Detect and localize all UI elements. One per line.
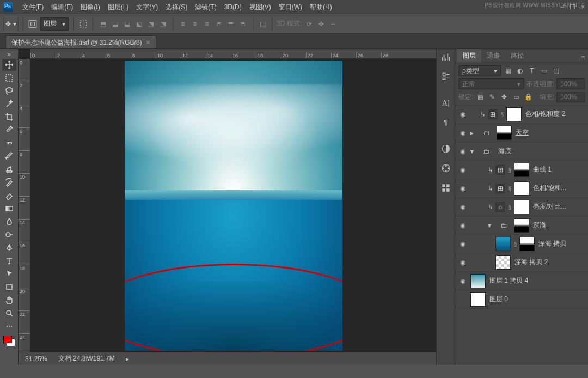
menu-view[interactable]: 视图(V) — [246, 0, 275, 14]
text-filter-icon[interactable]: T — [527, 66, 537, 76]
zoom-tool-icon[interactable] — [2, 307, 16, 319]
canvas-stage[interactable] — [30, 59, 436, 352]
visibility-toggle-icon[interactable]: ◉ — [457, 185, 468, 192]
tab-paths[interactable]: 路径 — [505, 49, 529, 63]
layer-name[interactable]: 曲线 1 — [531, 165, 586, 174]
lock-transparency-icon[interactable]: ▦ — [475, 92, 485, 102]
link-mask-icon[interactable]: § — [513, 241, 517, 247]
align-right-icon[interactable]: ⬔ — [157, 19, 168, 29]
eraser-tool-icon[interactable] — [2, 190, 16, 202]
visibility-toggle-icon[interactable]: ◉ — [457, 203, 468, 211]
dist-hcenter-icon[interactable]: ≣ — [225, 19, 236, 29]
filter-kind-dropdown[interactable]: ρ 类型 ▾ — [458, 65, 501, 76]
eyedropper-tool-icon[interactable] — [2, 124, 16, 136]
path-selection-tool-icon[interactable] — [2, 268, 16, 280]
doc-tab-close-icon[interactable]: × — [146, 36, 150, 49]
menu-file[interactable]: 文件(F) — [19, 0, 47, 14]
grid-icon[interactable] — [440, 182, 452, 194]
expand-toggle-icon[interactable]: ▾ — [470, 148, 477, 155]
blend-mode-dropdown[interactable]: 正常▾ — [458, 78, 524, 89]
mask-thumbnail[interactable] — [514, 163, 529, 177]
layer-thumbnail[interactable] — [495, 237, 511, 251]
visibility-toggle-icon[interactable]: ◉ — [457, 240, 468, 248]
pen-tool-icon[interactable] — [2, 242, 16, 254]
layer-name[interactable]: 亮度/对比... — [531, 202, 586, 211]
layer-thumbnail[interactable] — [470, 292, 486, 307]
doc-tab[interactable]: 保护生态环境公益海报.psd @ 31.2%(RGB/8) × — [5, 35, 156, 48]
layer-name[interactable]: 深海 — [531, 221, 586, 230]
smart-filter-icon[interactable]: ◫ — [551, 66, 561, 76]
layer-row[interactable]: ◉图层 1 拷贝 4 — [455, 272, 588, 290]
lock-artboard-icon[interactable]: ▭ — [511, 92, 521, 102]
layer-row[interactable]: ◉↳⊞§色相/饱和度 2 — [455, 105, 588, 124]
brush-tool-icon[interactable] — [2, 150, 16, 162]
lock-pixels-icon[interactable]: ✎ — [487, 92, 497, 102]
adjust-filter-icon[interactable]: ◐ — [515, 66, 525, 76]
menu-window[interactable]: 窗口(W) — [275, 0, 306, 14]
link-mask-icon[interactable]: § — [500, 111, 504, 118]
menu-image[interactable]: 图像(I) — [77, 0, 103, 14]
paragraph-icon[interactable]: ¶ — [440, 117, 452, 129]
layer-name[interactable]: 海底 — [497, 147, 586, 156]
mask-thumbnail[interactable] — [506, 107, 522, 121]
expand-toggle-icon[interactable]: ▸ — [470, 129, 477, 137]
clone-stamp-tool-icon[interactable] — [2, 163, 16, 175]
align-top-icon[interactable]: ⬒ — [97, 19, 108, 29]
status-chevron-icon[interactable]: ▸ — [126, 355, 129, 363]
dist-vcenter-icon[interactable]: ≡ — [189, 19, 200, 29]
adjust-circle-icon[interactable] — [440, 143, 452, 155]
dist-left-icon[interactable]: ≣ — [213, 19, 224, 29]
align-bottom-icon[interactable]: ⬓ — [121, 19, 132, 29]
layer-row[interactable]: ◉↳⊞§曲线 1 — [455, 161, 588, 179]
layer-thumbnail[interactable] — [470, 274, 486, 288]
layer-row[interactable]: ◉§深海 拷贝 — [455, 235, 588, 253]
lock-all-icon[interactable]: 🔒 — [523, 92, 533, 102]
layer-thumbnail[interactable] — [495, 255, 511, 270]
layer-name[interactable]: 图层 1 拷贝 4 — [488, 276, 586, 285]
color-swatch[interactable] — [3, 336, 15, 346]
tab-layers[interactable]: 图层 — [457, 49, 481, 63]
layer-row[interactable]: ◉深海 拷贝 2 — [455, 253, 588, 272]
align-vcenter-icon[interactable]: ⬓ — [109, 19, 120, 29]
crop-tool-icon[interactable] — [2, 111, 16, 123]
mask-thumbnail[interactable] — [514, 200, 529, 214]
auto-select-dropdown[interactable]: 图层▾ — [40, 17, 69, 31]
visibility-toggle-icon[interactable]: ◉ — [457, 259, 468, 266]
menu-3d[interactable]: 3D(D) — [220, 0, 246, 14]
ruler-horizontal[interactable]: 0246810121416182022242628 — [30, 49, 436, 59]
fg-color-swatch[interactable] — [3, 336, 12, 343]
dist-top-icon[interactable]: ≡ — [177, 19, 188, 29]
menu-edit[interactable]: 编辑(E) — [47, 0, 77, 14]
histogram-icon[interactable] — [440, 51, 452, 63]
layer-name[interactable]: 深海 拷贝 2 — [513, 258, 586, 267]
healing-brush-tool-icon[interactable] — [2, 137, 16, 149]
visibility-toggle-icon[interactable]: ◉ — [457, 277, 468, 285]
layer-name[interactable]: 深海 拷贝 — [537, 239, 586, 248]
layer-row[interactable]: ◉↳⊞§色相/饱和... — [455, 179, 588, 198]
visibility-toggle-icon[interactable]: ◉ — [457, 111, 468, 118]
mask-thumbnail[interactable] — [514, 181, 529, 196]
visibility-toggle-icon[interactable]: ◉ — [457, 222, 468, 229]
mask-thumbnail[interactable] — [514, 218, 529, 233]
menu-select[interactable]: 选择(S) — [162, 0, 191, 14]
lasso-tool-icon[interactable] — [2, 85, 16, 97]
gradient-tool-icon[interactable] — [2, 203, 16, 215]
marquee-tool-icon[interactable] — [2, 72, 16, 84]
move-tool-preset-icon[interactable]: ✥ ▾ — [3, 17, 19, 31]
menu-filter[interactable]: 滤镜(T) — [191, 0, 220, 14]
link-mask-icon[interactable]: § — [507, 185, 512, 192]
layer-row[interactable]: ◉↳☼§亮度/对比... — [455, 198, 588, 216]
history-icon[interactable] — [440, 71, 452, 83]
layer-name[interactable]: 天空 — [514, 128, 586, 137]
layer-row[interactable]: ◉▸🗀天空 — [455, 124, 588, 142]
arrange-icon[interactable]: ⬚ — [258, 19, 267, 29]
transform-controls-icon[interactable] — [78, 19, 88, 29]
panel-menu-icon[interactable]: ≡ — [578, 53, 588, 63]
link-mask-icon[interactable]: § — [507, 167, 512, 173]
rectangle-tool-icon[interactable] — [2, 281, 16, 293]
dist-bottom-icon[interactable]: ≡ — [201, 19, 212, 29]
fill-input[interactable]: 100% — [556, 92, 585, 102]
layer-name[interactable]: 图层 0 — [488, 295, 586, 304]
status-zoom[interactable]: 31.25% — [25, 355, 47, 363]
mask-thumbnail[interactable] — [519, 237, 535, 251]
